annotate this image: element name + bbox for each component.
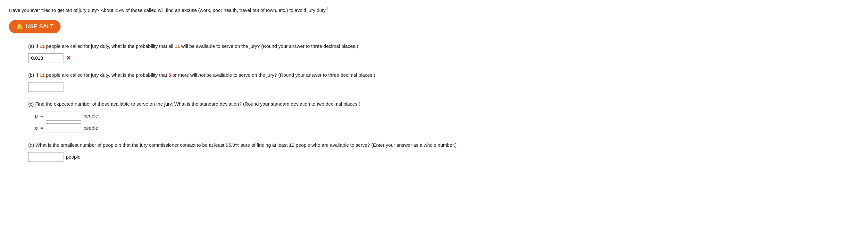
part-b-middle2: or more will <box>171 72 198 78</box>
part-d-input[interactable] <box>28 152 63 162</box>
part-b-middle1: people are called for jury duty, what is… <box>45 72 168 78</box>
part-b-prefix: (b) If <box>28 72 39 78</box>
mu-equals: = <box>40 113 43 118</box>
part-a-prefix: (a) If <box>28 43 39 49</box>
mu-input[interactable] <box>46 111 81 121</box>
part-b-n1: 11 <box>39 72 45 78</box>
part-a-n1: 11 <box>39 43 45 49</box>
part-b-input-row <box>28 82 859 92</box>
part-c-sigma-row: σ = people <box>28 123 859 133</box>
part-d-middle: that the jury commissioner contact to be… <box>121 142 457 148</box>
part-b-middle3: be available to serve on the jury? (Roun… <box>205 72 375 78</box>
bell-icon: 🔔 <box>16 23 23 30</box>
part-a-error-icon: ✕ <box>66 55 71 62</box>
part-d-people-label: people <box>66 154 81 160</box>
part-d-prefix: (d) What is the smallest number of peopl… <box>28 142 119 148</box>
part-b-text: (b) If 11 people are called for jury dut… <box>28 71 859 79</box>
part-d-n-label: n <box>119 142 121 148</box>
part-a-section: (a) If 11 people are called for jury dut… <box>28 43 859 63</box>
sigma-equals: = <box>40 125 43 131</box>
part-d-text: (d) What is the smallest number of peopl… <box>28 141 859 149</box>
part-d-section: (d) What is the smallest number of peopl… <box>28 141 859 162</box>
intro-text: Have you ever tried to get out of jury d… <box>9 6 859 14</box>
part-b-n2: 5 <box>168 72 171 78</box>
part-c-section: (c) Find the expected number of those av… <box>28 100 859 133</box>
sigma-people-label: people <box>84 125 98 131</box>
part-a-input-row: ✕ <box>28 53 859 63</box>
sigma-label: σ <box>28 125 38 131</box>
part-b-not: not <box>198 72 205 78</box>
mu-people-label: people <box>84 113 98 118</box>
part-a-n2: 11 <box>175 43 180 49</box>
part-c-text: (c) Find the expected number of those av… <box>28 100 859 108</box>
part-b-section: (b) If 11 people are called for jury dut… <box>28 71 859 92</box>
part-a-text: (a) If 11 people are called for jury dut… <box>28 43 859 50</box>
mu-label: μ <box>28 113 38 118</box>
part-a-middle2: will be available to serve on the jury? … <box>180 43 358 49</box>
part-c-mu-row: μ = people <box>28 111 859 121</box>
intro-main: Have you ever tried to get out of jury d… <box>9 7 327 13</box>
dagger-symbol: † <box>327 6 329 11</box>
part-b-input[interactable] <box>28 82 63 92</box>
use-salt-label: USE SALT <box>26 23 54 30</box>
use-salt-button[interactable]: 🔔 USE SALT <box>9 20 61 33</box>
part-a-input[interactable] <box>28 53 63 63</box>
part-d-input-row: people <box>28 152 859 162</box>
sigma-input[interactable] <box>46 123 81 133</box>
part-a-middle1: people are called for jury duty, what is… <box>45 43 175 49</box>
